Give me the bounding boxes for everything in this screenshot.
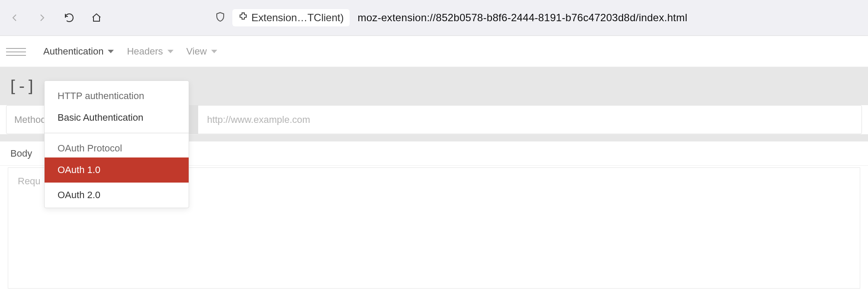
chevron-down-icon bbox=[167, 50, 174, 53]
nav-buttons bbox=[9, 12, 103, 24]
extension-icon bbox=[238, 12, 248, 24]
collapse-toggle[interactable]: [-] bbox=[8, 77, 35, 96]
dropdown-item-oauth1[interactable]: OAuth 1.0 bbox=[45, 157, 189, 183]
shield-icon bbox=[215, 12, 225, 24]
menu-headers-label: Headers bbox=[127, 46, 163, 57]
extension-badge[interactable]: Extension…TClient) bbox=[232, 9, 350, 26]
dropdown-section-oauth: OAuth Protocol bbox=[45, 133, 189, 157]
menu-authentication[interactable]: Authentication bbox=[43, 46, 114, 57]
authentication-dropdown: HTTP authentication Basic Authentication… bbox=[44, 80, 189, 208]
back-button[interactable] bbox=[9, 12, 21, 24]
dropdown-section-http: HTTP authentication bbox=[45, 81, 189, 105]
menu-view-label: View bbox=[186, 46, 207, 57]
dropdown-item-basic-auth[interactable]: Basic Authentication bbox=[45, 105, 189, 130]
reload-button[interactable] bbox=[63, 12, 75, 24]
url-text: moz-extension://852b0578-b8f6-2444-8191-… bbox=[357, 12, 687, 24]
menu-authentication-label: Authentication bbox=[43, 46, 103, 57]
url-field-container bbox=[171, 105, 862, 134]
forward-button[interactable] bbox=[36, 12, 48, 24]
url-input[interactable] bbox=[198, 114, 862, 125]
extension-label: Extension…TClient) bbox=[251, 12, 344, 24]
chevron-down-icon bbox=[211, 50, 217, 53]
method-label: Method bbox=[14, 114, 46, 125]
chevron-down-icon bbox=[108, 50, 114, 53]
app-toolbar: Authentication Headers View bbox=[0, 36, 868, 67]
hamburger-menu[interactable] bbox=[6, 48, 26, 56]
address-bar[interactable]: Extension…TClient) moz-extension://852b0… bbox=[215, 9, 688, 26]
dropdown-item-oauth2[interactable]: OAuth 2.0 bbox=[45, 183, 189, 208]
home-button[interactable] bbox=[90, 12, 103, 24]
browser-chrome: Extension…TClient) moz-extension://852b0… bbox=[0, 0, 868, 36]
tab-body[interactable]: Body bbox=[10, 148, 32, 159]
menu-view[interactable]: View bbox=[186, 46, 217, 57]
request-body-label: Requ bbox=[18, 176, 41, 186]
menu-headers[interactable]: Headers bbox=[127, 46, 173, 57]
